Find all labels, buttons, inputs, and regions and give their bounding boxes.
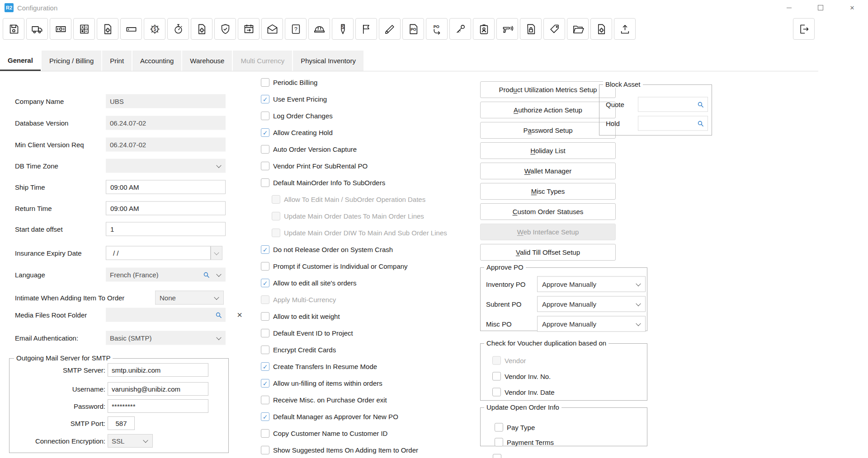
option-show-suggested-items-on-adding-item-to-order[interactable]: ✓Show Suggested Items On Adding Item to …	[261, 442, 473, 458]
tab-pricing-billing[interactable]: Pricing / Billing	[42, 51, 101, 71]
tab-print[interactable]: Print	[102, 51, 132, 71]
option-periodic-billing[interactable]: ✓Periodic Billing	[261, 74, 473, 91]
start-date-offset-input[interactable]: 1	[106, 222, 226, 236]
misc-po-dropdown[interactable]: Approve Manually	[537, 316, 646, 332]
checkbox[interactable]: ✓	[261, 178, 269, 187]
email-auth-dropdown[interactable]: Basic (SMTP)	[106, 331, 226, 345]
option-allow-to-edit-kit-weight[interactable]: ✓Allow to edit kit weight	[261, 308, 473, 325]
checkbox[interactable]: ✓	[261, 396, 269, 404]
option-default-manager-as-approver-for-new-po[interactable]: ✓Default Manager as Approver for New PO	[261, 408, 473, 425]
option-vendor-inv-no[interactable]: ✓Vendor Inv. No.	[492, 372, 551, 381]
option-vendor-inv-date[interactable]: ✓Vendor Inv. Date	[492, 388, 555, 397]
search-icon[interactable]	[697, 120, 704, 127]
po-return-button[interactable]	[426, 18, 448, 40]
option-default-mainorder-info-to-suborders[interactable]: ✓Default MainOrder Info To SubOrders	[261, 174, 473, 191]
authorize-action-setup-button[interactable]: Authorize Action Setup	[480, 102, 616, 118]
option-do-not-release-order-on-system-crash[interactable]: ✓Do not Release Order on System Crash	[261, 241, 473, 258]
insurance-expiry-calendar-button[interactable]	[211, 246, 222, 260]
export-upload-button[interactable]	[614, 18, 636, 40]
product-utilization-metrics-setup-button[interactable]: Product Utilization Metrics Setup	[480, 81, 616, 98]
search-icon[interactable]	[203, 271, 210, 279]
checkbox[interactable]: ✓	[261, 95, 269, 103]
hold-search-field[interactable]	[638, 116, 708, 131]
smtp-password-input[interactable]: *********	[108, 399, 208, 413]
shipping-truck-button[interactable]	[26, 18, 48, 40]
checkbox[interactable]: ✓	[261, 245, 269, 254]
subrent-po-dropdown[interactable]: Approve Manually	[537, 296, 646, 312]
option-create-transfers-in-resume-mode[interactable]: ✓Create Transfers In Resume Mode	[261, 358, 473, 375]
option-receive-misc-on-purchase-order-exit[interactable]: ✓Receive Misc. on Purchase Order exit	[261, 392, 473, 408]
checkbox[interactable]: ✓	[261, 279, 269, 287]
return-time-input[interactable]: 09:00 AM	[106, 201, 226, 215]
option-vendor-print-for-subrental-po[interactable]: ✓Vendor Print For SubRental PO	[261, 158, 473, 174]
payment-cash-button[interactable]	[50, 18, 71, 40]
clear-media-files-button[interactable]: ×	[234, 309, 245, 321]
clipped-checkbox[interactable]: ✓	[493, 454, 501, 458]
barcode-scanner-button[interactable]	[496, 18, 518, 40]
option-encrypt-credit-cards[interactable]: ✓Encrypt Credit Cards	[261, 341, 473, 358]
checkbox[interactable]: ✓	[261, 112, 269, 120]
option-payment-terms[interactable]: ✓Payment Terms	[495, 438, 554, 447]
checkbox[interactable]: ✓	[261, 329, 269, 337]
option-pay-type[interactable]: ✓Pay Type	[495, 423, 535, 432]
ship-time-input[interactable]: 09:00 AM	[106, 180, 226, 194]
text-field-button[interactable]	[120, 18, 142, 40]
quote-search-field[interactable]	[638, 97, 708, 112]
access-key-button[interactable]	[449, 18, 471, 40]
tab-warehouse[interactable]: Warehouse	[182, 51, 232, 71]
calendar-forward-button[interactable]	[238, 18, 259, 40]
minimize-button[interactable]	[773, 0, 805, 15]
checkbox[interactable]: ✓	[261, 346, 269, 354]
checkbox[interactable]: ✓	[261, 262, 269, 271]
insurance-expiry-input[interactable]: / /	[106, 246, 211, 260]
mail-button[interactable]	[261, 18, 283, 40]
checkbox[interactable]: ✓	[261, 162, 269, 170]
calculator-button[interactable]	[73, 18, 95, 40]
wallet-manager-button[interactable]: Wallet Manager	[480, 163, 616, 179]
checkbox[interactable]: ✓	[261, 362, 269, 371]
save-button[interactable]	[3, 18, 24, 40]
checkbox[interactable]: ✓	[261, 429, 269, 438]
checkbox[interactable]: ✓	[492, 388, 501, 397]
smtp-encryption-dropdown[interactable]: SSL	[108, 434, 153, 448]
tab-physical-inventory[interactable]: Physical Inventory	[293, 51, 363, 71]
checkbox[interactable]: ✓	[261, 379, 269, 388]
search-icon[interactable]	[697, 101, 704, 108]
document-settings-button[interactable]	[97, 18, 118, 40]
checkbox[interactable]: ✓	[495, 423, 503, 432]
option-prompt-if-customer-is-individual-or-company[interactable]: ✓Prompt if Customer is Individual or Com…	[261, 258, 473, 275]
option-log-order-changes[interactable]: ✓Log Order Changes	[261, 107, 473, 124]
checkbox[interactable]: ✓	[492, 372, 501, 381]
security-shield-button[interactable]	[214, 18, 236, 40]
misc-types-button[interactable]: Misc Types	[480, 183, 616, 200]
flag-button[interactable]	[355, 18, 377, 40]
report-settings-button[interactable]	[590, 18, 612, 40]
media-files-input[interactable]	[106, 308, 226, 322]
smtp-server-input[interactable]: smtp.unibiz.com	[108, 363, 208, 377]
option-allow-to-edit-all-site-s-orders[interactable]: ✓Allow to edit all site's orders	[261, 275, 473, 291]
inventory-po-dropdown[interactable]: Approve Manually	[537, 276, 646, 292]
language-dropdown[interactable]: French (France)	[106, 268, 226, 282]
checkbox[interactable]: ✓	[495, 438, 503, 447]
tab-general[interactable]: General	[0, 51, 41, 71]
password-setup-button[interactable]: Password Setup	[480, 122, 616, 139]
db-time-zone-dropdown[interactable]	[106, 159, 226, 173]
exit-button[interactable]	[793, 18, 815, 40]
id-badge-button[interactable]	[473, 18, 495, 40]
option-allow-un-filling-of-items-within-orders[interactable]: ✓Allow un-filling of items within orders	[261, 375, 473, 392]
option-allow-creating-hold[interactable]: ✓Allow Creating Hold	[261, 124, 473, 141]
option-auto-order-version-capture[interactable]: ✓Auto Order Version Capture	[261, 141, 473, 158]
holiday-list-button[interactable]: Holiday List	[480, 142, 616, 159]
checkbox[interactable]: ✓	[261, 312, 269, 321]
timer-button[interactable]	[167, 18, 189, 40]
option-use-event-pricing[interactable]: ✓Use Event Pricing	[261, 91, 473, 107]
checkbox[interactable]: ✓	[261, 446, 269, 454]
currency-settings-button[interactable]	[144, 18, 165, 40]
maximize-button[interactable]	[805, 0, 836, 15]
help-document-button[interactable]	[285, 18, 307, 40]
custom-order-statuses-button[interactable]: Custom Order Statuses	[480, 203, 616, 220]
option-default-event-id-to-project[interactable]: ✓Default Event ID to Project	[261, 325, 473, 341]
search-icon[interactable]	[215, 311, 222, 319]
smtp-username-input[interactable]: varunishg@unibiz.com	[108, 382, 208, 396]
checkbox[interactable]: ✓	[261, 412, 269, 421]
